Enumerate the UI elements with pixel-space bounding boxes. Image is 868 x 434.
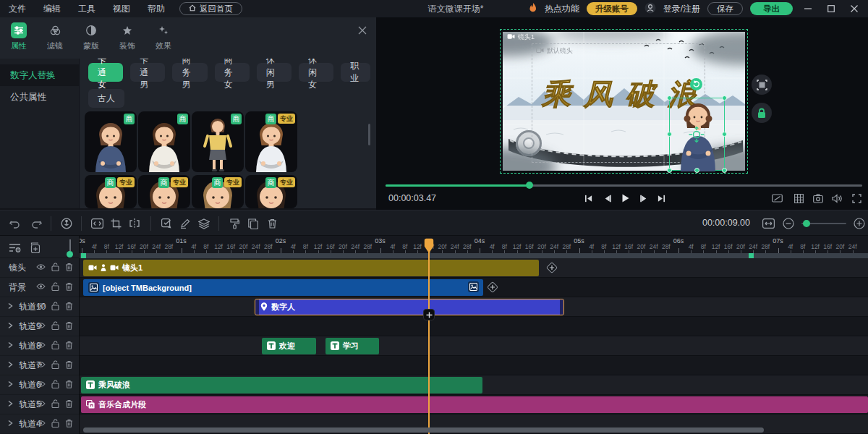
- track-lane-背景[interactable]: [object TMBackground]: [80, 278, 868, 297]
- layers-icon[interactable]: [197, 217, 211, 230]
- track-visibility-icon[interactable]: [36, 419, 46, 429]
- resize-handle-sw[interactable]: [667, 168, 672, 173]
- track-header-轨道4[interactable]: 轨道4: [0, 414, 79, 434]
- export-button[interactable]: 导出: [750, 2, 793, 15]
- add-at-playhead-button[interactable]: [423, 309, 435, 320]
- track-visibility-icon[interactable]: [36, 380, 46, 390]
- track-delete-icon[interactable]: [65, 282, 73, 293]
- anchor-crosshair[interactable]: [689, 127, 705, 145]
- frame-select-button[interactable]: [752, 75, 772, 95]
- track-lock-icon[interactable]: [51, 282, 59, 293]
- expand-chevron-icon[interactable]: [7, 399, 16, 409]
- track-lane-轨道10[interactable]: 数字人: [80, 297, 868, 317]
- track-lane-镜头[interactable]: 镜头1: [80, 258, 868, 278]
- track-visibility-icon[interactable]: [36, 360, 46, 370]
- clip-乘风破浪[interactable]: 乘风破浪: [81, 377, 482, 393]
- playhead-handle[interactable]: [424, 238, 434, 256]
- avatar-card[interactable]: 商: [85, 111, 137, 172]
- clip-欢迎[interactable]: 欢迎: [262, 338, 316, 354]
- track-delete-icon[interactable]: [65, 380, 73, 391]
- timeline-ruler[interactable]: 0s4f8f12f16f20f24f28f01s4f8f12f16f20f24f…: [80, 236, 868, 253]
- track-lock-icon[interactable]: [51, 419, 59, 430]
- avatar-card[interactable]: 商专业: [245, 111, 297, 172]
- menu-item-2[interactable]: 工具: [69, 3, 104, 15]
- expand-chevron-icon[interactable]: [7, 380, 16, 390]
- expand-chevron-icon[interactable]: [7, 419, 16, 429]
- close-panel-icon[interactable]: [358, 26, 367, 37]
- undo-button[interactable]: [7, 217, 22, 230]
- redo-button[interactable]: [29, 217, 43, 230]
- resize-handle-ne[interactable]: [722, 95, 727, 101]
- category-chip-休闲女[interactable]: 休闲女: [299, 63, 333, 82]
- close-window-button[interactable]: [846, 3, 862, 14]
- track-delete-icon[interactable]: [65, 360, 73, 371]
- track-delete-icon[interactable]: [65, 399, 73, 410]
- zoom-out-icon[interactable]: [781, 217, 796, 230]
- clip-学习[interactable]: 学习: [326, 338, 379, 354]
- track-header-轨道10[interactable]: 轨道10: [0, 297, 79, 317]
- grid-icon[interactable]: [792, 192, 805, 204]
- maximize-button[interactable]: [823, 3, 839, 14]
- track-lock-icon[interactable]: [51, 399, 59, 410]
- category-chip-职业[interactable]: 职业: [341, 63, 370, 82]
- marker-dot[interactable]: [67, 251, 73, 258]
- category-chip-卡通男[interactable]: 卡通男: [130, 63, 165, 82]
- sidebar-item-公共属性[interactable]: 公共属性: [0, 86, 79, 108]
- format-brush-icon[interactable]: [227, 217, 242, 230]
- track-lock-icon[interactable]: [51, 341, 59, 352]
- category-chip-卡通女[interactable]: 卡通女: [88, 63, 123, 82]
- track-delete-icon[interactable]: [65, 321, 73, 332]
- back-home-button[interactable]: 返回首页: [179, 2, 242, 15]
- copy-icon[interactable]: [246, 217, 260, 230]
- clip-[object TMBackground][interactable]: [object TMBackground]: [83, 279, 483, 296]
- add-keyframe-button[interactable]: [486, 281, 499, 294]
- screen-ratio-icon[interactable]: [770, 192, 783, 204]
- track-lane-轨道5[interactable]: 音乐合成片段: [80, 395, 868, 414]
- rotate-handle[interactable]: [690, 78, 702, 90]
- track-manager-icon[interactable]: [9, 243, 21, 255]
- avatar-card[interactable]: 商: [192, 111, 244, 172]
- track-header-镜头[interactable]: 镜头: [0, 258, 79, 278]
- save-button[interactable]: 保存: [707, 2, 743, 15]
- snapshot-icon[interactable]: [812, 192, 825, 204]
- expand-chevron-icon[interactable]: [7, 341, 16, 351]
- crop-icon[interactable]: [109, 217, 123, 230]
- resize-handle-s[interactable]: [694, 168, 699, 173]
- next-frame-button[interactable]: [637, 192, 650, 204]
- hot-feature-label[interactable]: 热点功能: [545, 3, 579, 15]
- minimize-button[interactable]: [800, 3, 816, 14]
- track-lock-icon[interactable]: [51, 380, 59, 391]
- tab-滤镜[interactable]: 滤镜: [41, 21, 69, 51]
- zoom-slider-handle[interactable]: [803, 220, 810, 227]
- expand-chevron-icon[interactable]: [7, 360, 16, 370]
- category-chip-商务男[interactable]: 商务男: [172, 63, 207, 82]
- avatar-card[interactable]: 商专业: [192, 175, 244, 208]
- tab-蒙版[interactable]: 蒙版: [77, 21, 106, 51]
- playback-progress-bar[interactable]: [386, 184, 862, 187]
- track-visibility-icon[interactable]: [36, 321, 46, 331]
- avatar-card[interactable]: 商专业: [245, 175, 297, 208]
- track-header-轨道5[interactable]: 轨道5: [0, 395, 79, 414]
- upgrade-account-button[interactable]: 升级账号: [587, 2, 637, 15]
- clip-end-image-icon[interactable]: [468, 281, 479, 292]
- resize-handle-se[interactable]: [722, 168, 727, 173]
- track-visibility-icon[interactable]: [36, 302, 46, 312]
- skip-to-end-button[interactable]: [655, 192, 668, 204]
- fit-timeline-icon[interactable]: [761, 217, 775, 230]
- track-visibility-icon[interactable]: [36, 263, 46, 273]
- volume-icon[interactable]: [830, 192, 843, 204]
- resize-handle-nw[interactable]: [667, 95, 672, 101]
- previous-frame-button[interactable]: [600, 192, 613, 204]
- clip-trim-handle-left[interactable]: [255, 299, 259, 315]
- anchor-tool-icon[interactable]: [59, 217, 74, 230]
- timeline-overview-bar[interactable]: [80, 253, 868, 258]
- pen-edit-icon[interactable]: [178, 217, 192, 230]
- track-header-轨道9[interactable]: 轨道9: [0, 317, 79, 336]
- clip-数字人[interactable]: 数字人: [255, 299, 564, 315]
- track-lane-轨道8[interactable]: 欢迎学习: [80, 336, 868, 356]
- track-delete-icon[interactable]: [65, 263, 73, 273]
- add-track-icon[interactable]: [29, 242, 40, 255]
- track-lock-icon[interactable]: [51, 321, 59, 332]
- clip-音乐合成片段[interactable]: 音乐合成片段: [81, 396, 868, 413]
- menu-item-3[interactable]: 视图: [104, 3, 139, 15]
